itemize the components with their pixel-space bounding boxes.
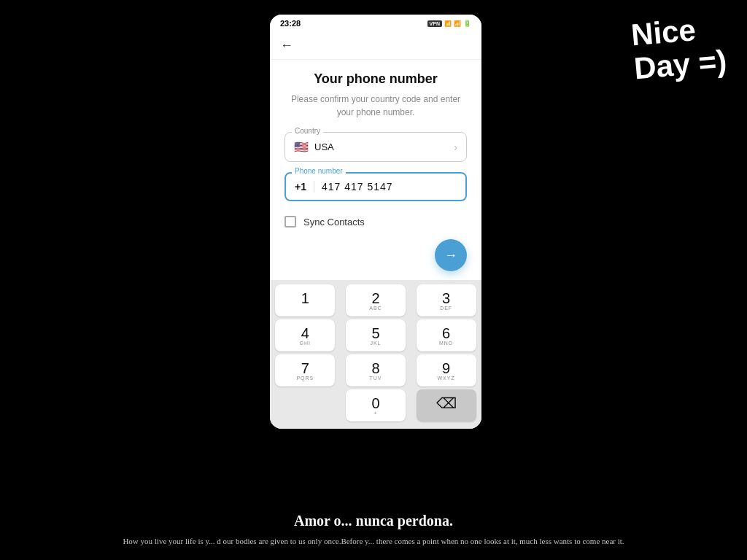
nav-bar: ← bbox=[270, 32, 481, 60]
numpad-row-2: 4 GHI 5 JKL 6 MNO bbox=[270, 319, 481, 351]
battery-icon: 🔋 bbox=[463, 20, 471, 27]
key-2[interactable]: 2 ABC bbox=[346, 284, 406, 316]
status-time: 23:28 bbox=[280, 19, 301, 28]
page-title: Your phone number bbox=[285, 71, 467, 87]
key-6[interactable]: 6 MNO bbox=[417, 319, 476, 351]
country-flag: 🇺🇸 bbox=[294, 140, 309, 154]
country-selector[interactable]: 🇺🇸 USA › bbox=[285, 132, 467, 162]
back-button[interactable]: ← bbox=[280, 38, 293, 52]
phone-field-group: Phone number +1 417 417 5147 bbox=[285, 172, 467, 201]
key-empty-left bbox=[275, 389, 335, 421]
status-bar: 23:28 VPN 📶 📶 🔋 bbox=[270, 15, 481, 32]
sync-contacts-row: Sync Contacts bbox=[285, 211, 467, 236]
key-5[interactable]: 5 JKL bbox=[346, 319, 406, 351]
right-area: NiceDay =) bbox=[485, 0, 747, 560]
next-button-row: → bbox=[285, 236, 467, 280]
country-field-group: Country 🇺🇸 USA › bbox=[285, 132, 467, 162]
country-name: USA bbox=[314, 141, 334, 152]
signal-icon: 📶 bbox=[454, 20, 461, 27]
wifi-icon: 📶 bbox=[444, 20, 452, 27]
key-0[interactable]: 0 + bbox=[346, 389, 406, 421]
numpad-row-3: 7 PQRS 8 TUV 9 WXYZ bbox=[270, 354, 481, 386]
key-1[interactable]: 1 - bbox=[275, 284, 335, 316]
content-area: Your phone number Please confirm your co… bbox=[270, 60, 481, 280]
overlay-title: Amor o... nunca perdona. bbox=[29, 513, 718, 529]
sync-contacts-checkbox[interactable] bbox=[285, 216, 296, 228]
country-label: Country bbox=[292, 127, 323, 135]
vpn-badge: VPN bbox=[427, 20, 442, 27]
country-value: 🇺🇸 USA bbox=[294, 140, 334, 154]
numpad-row-1: 1 - 2 ABC 3 DEF bbox=[270, 284, 481, 316]
phone-screen: 23:28 VPN 📶 📶 🔋 ← Your phone number Plea… bbox=[270, 15, 481, 429]
next-button[interactable]: → bbox=[435, 239, 467, 271]
phone-number-value: 417 417 5147 bbox=[322, 181, 393, 192]
overlay-body: How you live your life is y... d our bod… bbox=[29, 535, 718, 548]
sync-contacts-label: Sync Contacts bbox=[303, 217, 365, 228]
numpad: 1 - 2 ABC 3 DEF 4 GHI 5 bbox=[270, 280, 481, 429]
bottom-overlay: Amor o... nunca perdona. How you live yo… bbox=[0, 502, 747, 560]
phone-input[interactable]: +1 417 417 5147 bbox=[285, 172, 467, 201]
key-4[interactable]: 4 GHI bbox=[275, 319, 335, 351]
key-7[interactable]: 7 PQRS bbox=[275, 354, 335, 386]
page-subtitle: Please confirm your country code and ent… bbox=[285, 93, 467, 119]
status-icons: VPN 📶 📶 🔋 bbox=[427, 20, 471, 27]
phone-label: Phone number bbox=[292, 167, 346, 175]
phone-area: 23:28 VPN 📶 📶 🔋 ← Your phone number Plea… bbox=[266, 0, 485, 560]
key-3[interactable]: 3 DEF bbox=[417, 284, 476, 316]
numpad-row-4: 0 + ⌫ - bbox=[270, 389, 481, 421]
key-8[interactable]: 8 TUV bbox=[346, 354, 406, 386]
key-backspace[interactable]: ⌫ - bbox=[417, 389, 476, 421]
next-arrow-icon: → bbox=[444, 248, 457, 263]
nice-day-text: NiceDay =) bbox=[630, 11, 728, 86]
chevron-right-icon: › bbox=[454, 141, 457, 153]
key-9[interactable]: 9 WXYZ bbox=[417, 354, 476, 386]
country-code: +1 bbox=[295, 181, 314, 192]
